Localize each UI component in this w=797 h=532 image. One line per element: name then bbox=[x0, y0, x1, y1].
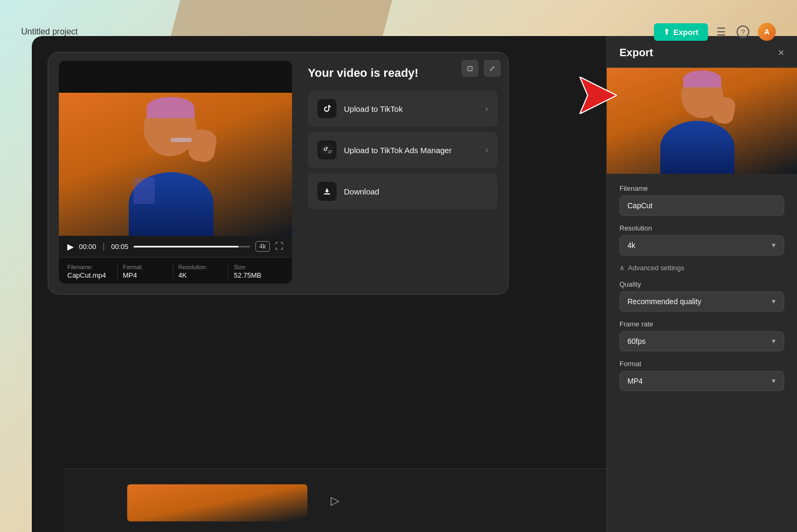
filename-input[interactable] bbox=[619, 196, 784, 216]
resolution-label: Resolution: bbox=[179, 264, 223, 270]
upload-tiktok-ads-label: Upload to TikTok Ads Manager bbox=[344, 146, 451, 155]
thumbnail-image bbox=[607, 68, 797, 174]
upload-tiktok-button[interactable]: Upload to TikTok › bbox=[308, 91, 498, 127]
filename-value: CapCut.mp4 bbox=[67, 271, 112, 279]
help-icon-button[interactable]: ? bbox=[734, 23, 751, 40]
export-button[interactable]: ⬆ Export bbox=[654, 23, 708, 41]
format-select-wrapper: MP4 MOV GIF ▼ bbox=[619, 371, 784, 391]
avatar-icon: A bbox=[764, 28, 769, 36]
download-icon bbox=[322, 186, 332, 197]
download-label: Download bbox=[344, 187, 379, 196]
user-avatar-button[interactable]: A bbox=[758, 23, 776, 41]
video-preview: ▶ 00:00 | 00:05 4k ⛶ Filename: CapCut.mp… bbox=[59, 61, 292, 283]
format-value: MP4 bbox=[123, 271, 167, 279]
upload-tiktok-ads-button[interactable]: Upload to TikTok Ads Manager › bbox=[308, 132, 498, 168]
timeline-thumbnail bbox=[127, 484, 307, 521]
actions-panel: Your video is ready! Upload to TikTok › bbox=[308, 61, 498, 283]
resolution-select-wrapper: 4k 2k 1080p ▼ bbox=[619, 235, 784, 255]
project-title: Untitled project bbox=[21, 27, 78, 37]
export-icon: ⬆ bbox=[663, 28, 670, 36]
svg-rect-2 bbox=[328, 152, 331, 153]
filename-form-label: Filename bbox=[619, 184, 784, 192]
export-dialog: ⊡ ⤢ bbox=[48, 52, 509, 295]
quality-form-label: Quality bbox=[619, 280, 784, 288]
frame-rate-select[interactable]: 60fps 30fps 24fps bbox=[619, 331, 784, 351]
arrow-icon-2: › bbox=[485, 145, 488, 155]
export-panel: Export × Filename Resolution 4k 2k 1080p… bbox=[606, 36, 797, 532]
fullscreen-button[interactable]: ⛶ bbox=[275, 242, 284, 251]
format-label: Format: bbox=[123, 264, 167, 270]
total-time: 00:05 bbox=[111, 243, 129, 251]
upload-tiktok-label: Upload to TikTok bbox=[344, 104, 403, 113]
export-form: Filename Resolution 4k 2k 1080p ▼ ∧ Adva… bbox=[607, 174, 797, 410]
format-select[interactable]: MP4 MOV GIF bbox=[619, 371, 784, 391]
size-label: Size: bbox=[234, 264, 278, 270]
timeline-play-button[interactable]: ▷ bbox=[331, 494, 340, 508]
quality-badge: 4k bbox=[255, 241, 270, 252]
layers-icon-button[interactable]: ☰ bbox=[714, 23, 728, 40]
chevron-up-icon: ∧ bbox=[619, 264, 625, 272]
advanced-settings-toggle[interactable]: ∧ Advanced settings bbox=[619, 264, 684, 272]
format-form-label: Format bbox=[619, 360, 784, 368]
frame-rate-form-label: Frame rate bbox=[619, 320, 784, 328]
video-top-padding bbox=[59, 61, 292, 93]
help-icon: ? bbox=[737, 25, 749, 38]
current-time: 00:00 bbox=[79, 243, 96, 251]
quality-select-wrapper: Recommended quality High quality Low qua… bbox=[619, 291, 784, 312]
progress-bar[interactable] bbox=[134, 246, 250, 247]
filename-info: Filename: CapCut.mp4 bbox=[67, 264, 118, 279]
layers-icon: ☰ bbox=[716, 25, 726, 38]
format-info: Format: MP4 bbox=[118, 264, 173, 279]
tiktok-icon bbox=[322, 103, 332, 114]
size-info: Size: 52.75MB bbox=[228, 264, 284, 279]
resolution-info: Resolution: 4K bbox=[173, 264, 229, 279]
top-bar-actions: ⬆ Export ☰ ? A bbox=[654, 23, 776, 41]
play-button[interactable]: ▶ bbox=[67, 242, 74, 252]
svg-rect-1 bbox=[328, 150, 332, 152]
tiktok-ads-icon-container bbox=[317, 140, 336, 159]
size-value: 52.75MB bbox=[234, 271, 278, 279]
arrow-icon: › bbox=[485, 104, 488, 113]
subtitle-icon: ⊡ bbox=[467, 64, 473, 73]
dialog-body: ▶ 00:00 | 00:05 4k ⛶ Filename: CapCut.mp… bbox=[48, 52, 508, 294]
progress-fill bbox=[134, 246, 238, 247]
frame-rate-select-wrapper: 60fps 30fps 24fps ▼ bbox=[619, 331, 784, 351]
quality-select[interactable]: Recommended quality High quality Low qua… bbox=[619, 291, 784, 312]
download-icon-container bbox=[317, 182, 336, 201]
video-controls: ▶ 00:00 | 00:05 4k ⛶ bbox=[59, 236, 292, 257]
filename-label: Filename: bbox=[67, 264, 112, 270]
export-thumbnail bbox=[607, 68, 797, 174]
resolution-value: 4K bbox=[179, 271, 223, 279]
video-frame bbox=[59, 93, 292, 236]
bottom-timeline: ▷ bbox=[64, 468, 606, 532]
video-info: Filename: CapCut.mp4 Format: MP4 Resolut… bbox=[59, 257, 292, 283]
top-bar: Untitled project ⬆ Export ☰ ? A bbox=[0, 0, 797, 64]
resolution-select[interactable]: 4k 2k 1080p bbox=[619, 235, 784, 255]
svg-rect-0 bbox=[321, 145, 333, 155]
svg-rect-3 bbox=[324, 193, 330, 194]
tiktok-ads-icon bbox=[321, 145, 333, 155]
expand-icon: ⤢ bbox=[489, 64, 495, 73]
download-button[interactable]: Download bbox=[308, 173, 498, 209]
tiktok-icon-container bbox=[317, 99, 336, 118]
resolution-form-label: Resolution bbox=[619, 224, 784, 232]
